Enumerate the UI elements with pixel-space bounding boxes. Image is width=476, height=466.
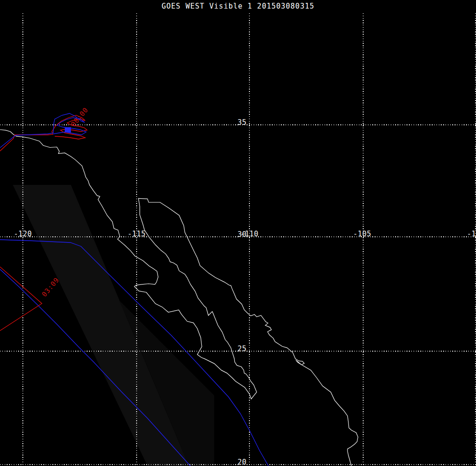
latitude-label: 30 [228, 231, 247, 238]
longitude-label: -120 [14, 231, 32, 237]
satellite-image-display: GOES WEST Visible 1 201503080315 -120-11… [0, 0, 476, 466]
image-title: GOES WEST Visible 1 201503080315 [0, 2, 476, 10]
terminator-shading [13, 185, 189, 466]
longitude-label: -115 [128, 231, 146, 237]
track-red-wedge [0, 267, 42, 331]
position-marker-square [65, 127, 71, 132]
latitude-label: 35 [228, 119, 247, 126]
latitude-label: 20 [228, 459, 247, 466]
longitude-label: -105 [353, 231, 371, 237]
longitude-label: -1 [467, 231, 476, 237]
latitude-label: 25 [228, 345, 247, 352]
